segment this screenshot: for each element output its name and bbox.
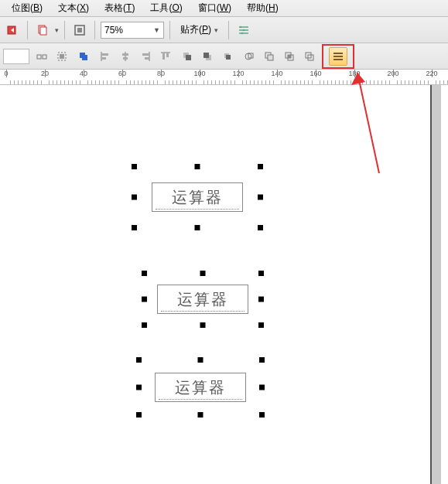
align-top-icon[interactable] xyxy=(156,47,175,66)
selection-handle[interactable] xyxy=(258,225,263,230)
to-back-icon[interactable] xyxy=(198,47,217,66)
selection-handle[interactable] xyxy=(132,225,137,230)
selection-handle[interactable] xyxy=(200,322,206,328)
svg-rect-24 xyxy=(162,53,165,60)
menu-help[interactable]: 帮助(H) xyxy=(239,0,286,16)
menu-table[interactable]: 表格(T) xyxy=(97,0,142,16)
separator xyxy=(94,21,95,39)
page-shadow xyxy=(432,85,441,484)
svg-rect-4 xyxy=(77,28,82,32)
toolbar-arrange xyxy=(0,43,448,70)
svg-line-43 xyxy=(357,73,379,173)
svg-rect-15 xyxy=(102,53,108,56)
svg-rect-41 xyxy=(333,56,343,57)
svg-rect-42 xyxy=(333,59,343,60)
combine-icon[interactable] xyxy=(74,47,93,66)
selection-handle[interactable] xyxy=(142,297,147,302)
fullscreen-icon[interactable] xyxy=(70,21,89,39)
selection-handle[interactable] xyxy=(132,164,137,169)
svg-rect-34 xyxy=(268,55,273,60)
separator xyxy=(64,21,65,39)
export-icon[interactable] xyxy=(3,21,22,39)
separator xyxy=(228,21,229,39)
menu-bar: 位图(B) 文本(X) 表格(T) 工具(O) 窗口(W) 帮助(H) xyxy=(0,0,448,17)
copy-icon[interactable] xyxy=(33,21,52,39)
dimension-field[interactable] xyxy=(3,49,29,64)
selection-handle[interactable] xyxy=(132,195,137,200)
svg-rect-27 xyxy=(186,55,191,60)
chevron-down-icon: ▼ xyxy=(153,26,160,34)
intersect-icon[interactable] xyxy=(280,47,299,66)
align-center-h-icon[interactable] xyxy=(116,47,135,66)
selection-handle[interactable] xyxy=(198,412,203,418)
chevron-down-icon: ▾ xyxy=(214,26,218,34)
trim-icon[interactable] xyxy=(260,47,279,66)
svg-rect-29 xyxy=(203,53,209,58)
svg-rect-13 xyxy=(82,55,87,60)
svg-point-5 xyxy=(240,26,241,27)
ungroup-icon[interactable] xyxy=(32,47,51,66)
highlighted-tool xyxy=(322,44,354,69)
align-left-icon[interactable] xyxy=(96,47,115,66)
selection-handle[interactable] xyxy=(258,271,264,276)
svg-rect-18 xyxy=(122,53,128,56)
svg-rect-9 xyxy=(43,55,46,59)
menu-bitmap[interactable]: 位图(B) xyxy=(4,0,50,16)
zoom-value: 75% xyxy=(104,25,123,36)
selection-handle[interactable] xyxy=(142,322,147,328)
group-icon[interactable] xyxy=(53,47,71,66)
selection-handle[interactable] xyxy=(259,357,265,363)
selection-handle[interactable] xyxy=(136,385,142,390)
forward-one-icon[interactable] xyxy=(218,47,237,66)
align-distribute-dialog-icon[interactable] xyxy=(329,47,347,66)
selection-handle[interactable] xyxy=(195,164,200,169)
weld-icon[interactable] xyxy=(240,47,258,66)
svg-rect-16 xyxy=(102,57,106,60)
snap-label: 贴齐(P) xyxy=(180,23,211,36)
svg-rect-37 xyxy=(288,55,291,58)
selected-shape[interactable]: 运算器 xyxy=(145,274,261,325)
svg-rect-8 xyxy=(37,55,41,59)
svg-point-7 xyxy=(241,32,243,33)
separator xyxy=(169,21,170,39)
selected-shape[interactable]: 运算器 xyxy=(135,167,260,227)
horizontal-ruler: 020406080100120140160180200220 xyxy=(0,70,448,85)
selection-handle[interactable] xyxy=(136,357,142,363)
svg-rect-31 xyxy=(226,55,231,60)
svg-rect-40 xyxy=(333,53,343,54)
selection-handle[interactable] xyxy=(259,385,265,390)
text-box[interactable]: 运算器 xyxy=(152,182,243,212)
separator xyxy=(27,21,28,39)
selection-handle[interactable] xyxy=(198,357,203,363)
svg-rect-2 xyxy=(40,27,46,35)
align-right-icon[interactable] xyxy=(136,47,155,66)
selection-handle[interactable] xyxy=(136,412,142,418)
selection-handle[interactable] xyxy=(258,297,264,302)
svg-rect-11 xyxy=(60,54,64,59)
selected-shape[interactable]: 运算器 xyxy=(139,360,262,414)
text-box[interactable]: 运算器 xyxy=(157,285,248,314)
page-edge xyxy=(430,85,432,484)
menu-tools[interactable]: 工具(O) xyxy=(142,0,190,16)
selection-handle[interactable] xyxy=(258,195,263,200)
options-icon[interactable] xyxy=(234,21,253,39)
canvas-area[interactable]: 运算器运算器运算器 xyxy=(0,85,448,484)
selection-handle[interactable] xyxy=(142,271,147,276)
menu-text[interactable]: 文本(X) xyxy=(50,0,97,16)
svg-rect-21 xyxy=(142,53,149,56)
toolbar-standard: ▾ 75% ▼ 贴齐(P) ▾ xyxy=(0,17,448,43)
selection-handle[interactable] xyxy=(259,412,265,418)
svg-rect-22 xyxy=(145,57,149,60)
selection-handle[interactable] xyxy=(258,322,264,328)
svg-point-6 xyxy=(243,29,245,30)
menu-window[interactable]: 窗口(W) xyxy=(190,0,239,16)
selection-handle[interactable] xyxy=(195,225,200,230)
zoom-level-combo[interactable]: 75% ▼ xyxy=(101,22,164,39)
to-front-icon[interactable] xyxy=(178,47,197,66)
selection-handle[interactable] xyxy=(258,164,263,169)
selection-handle[interactable] xyxy=(200,271,206,276)
simplify-icon[interactable] xyxy=(300,47,319,66)
text-box[interactable]: 运算器 xyxy=(155,373,246,402)
snap-dropdown[interactable]: 贴齐(P) ▾ xyxy=(176,22,223,39)
svg-rect-19 xyxy=(123,57,128,60)
